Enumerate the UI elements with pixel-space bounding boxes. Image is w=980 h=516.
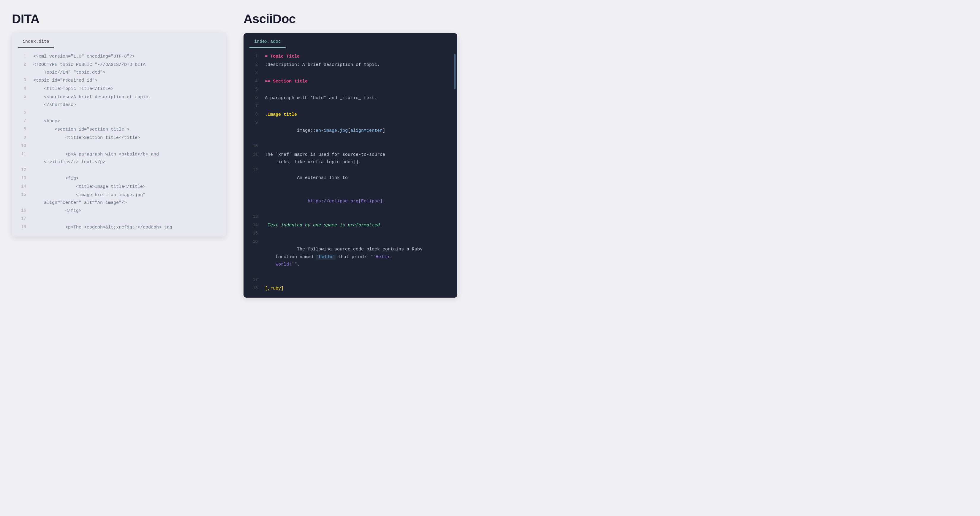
dita-line-18: 18 <p>The <codeph>&lt;xref&gt;</codeph> … (12, 224, 226, 232)
asciidoc-tab[interactable]: index.adoc (250, 37, 286, 48)
adoc-line-1: 1 = Topic Title (243, 52, 457, 61)
line-num-10: 10 (17, 143, 26, 149)
adoc-line-content-18: [,ruby] (265, 285, 453, 292)
adoc-line-content-6: A paragraph with *bold* and _italic_ tex… (265, 94, 453, 102)
line-num-16: 16 (17, 207, 26, 214)
adoc-line-content-11: The `xref` macro is used for source-to-s… (265, 151, 453, 166)
dita-line-17: 17 (12, 215, 226, 224)
adoc-line-content-15 (265, 230, 453, 238)
dita-heading: DITA (12, 12, 226, 26)
line-content-7: <body> (33, 117, 221, 125)
adoc-line-14: 14 Text indented by one space is preform… (243, 221, 457, 230)
adoc-line-9: 9 image::an-image.jpg[align=center] (243, 119, 457, 143)
scroll-indicator (454, 54, 455, 89)
adoc-line-num-5: 5 (248, 86, 258, 93)
adoc-line-num-15: 15 (248, 230, 258, 237)
dita-line-11: 11 <p>A paragraph with <b>bold</b> and <… (12, 151, 226, 166)
adoc-line-12: 12 An external link to (243, 167, 457, 190)
adoc-image-bracket-open: [ (348, 128, 350, 133)
line-num-1: 1 (17, 53, 26, 60)
adoc-image-attrs: align=center (350, 128, 382, 133)
adoc-line-content-4: == Section title (265, 78, 453, 86)
dita-line-7: 7 <body> (12, 117, 226, 125)
adoc-line-content-10 (265, 143, 453, 151)
line-content-3: <topic id="required_id"> (33, 77, 221, 84)
line-num-11: 11 (17, 151, 26, 158)
adoc-line-content-7 (265, 103, 453, 110)
dita-line-14: 14 <title>Image title</title> (12, 183, 226, 191)
main-container: DITA index.dita 1 <?xml version="1.0" en… (12, 12, 457, 298)
adoc-line-13: 13 (243, 213, 457, 221)
line-content-12 (33, 167, 221, 174)
line-content-4: <title>Topic Title</title> (33, 85, 221, 93)
dita-line-1: 1 <?xml version="1.0" encoding="UTF-8"?> (12, 52, 226, 61)
adoc-line-8: 8 .Image title (243, 111, 457, 119)
adoc-line-num-9: 9 (248, 119, 258, 126)
dita-line-2: 2 <!DOCTYPE topic PUBLIC "-//OASIS//DTD … (12, 61, 226, 76)
dita-line-13: 13 <fig> (12, 175, 226, 183)
dita-panel: DITA index.dita 1 <?xml version="1.0" en… (12, 12, 235, 298)
dita-line-4: 4 <title>Topic Title</title> (12, 85, 226, 93)
line-num-6: 6 (17, 109, 26, 116)
adoc-line-num-11: 11 (248, 151, 258, 158)
asciidoc-editor-body: 1 = Topic Title 2 :description: A brief … (243, 48, 457, 298)
adoc-line-num-7: 7 (248, 103, 258, 110)
adoc-line-content-16: The following source code block contains… (265, 238, 453, 276)
adoc-line16-code: `hello` (316, 255, 336, 260)
adoc-image-keyword: image:: (297, 128, 316, 133)
adoc-line-content-17 (265, 276, 453, 284)
line-num-12: 12 (17, 167, 26, 173)
line-num-8: 8 (17, 126, 26, 133)
adoc-line-content-1: = Topic Title (265, 53, 453, 60)
line-num-4: 4 (17, 85, 26, 92)
asciidoc-heading: AsciiDoc (243, 12, 457, 26)
adoc-image-bracket-close: ] (382, 128, 385, 133)
dita-line-10: 10 (12, 142, 226, 151)
dita-editor: index.dita 1 <?xml version="1.0" encodin… (12, 33, 226, 237)
adoc-line-content-14: Text indented by one space is preformatt… (265, 222, 453, 229)
asciidoc-panel: AsciiDoc index.adoc 1 = Topic Title 2 :d… (235, 12, 457, 298)
adoc-line-4: 4 == Section title (243, 78, 457, 86)
adoc-line-num-6: 6 (248, 94, 258, 102)
line-num-9: 9 (17, 134, 26, 141)
dita-line-8: 8 <section id="section_title"> (12, 125, 226, 134)
line-content-1: <?xml version="1.0" encoding="UTF-8"?> (33, 53, 221, 60)
dita-tab-bar: index.dita (12, 33, 226, 48)
adoc-line-12b: https://eclipse.org[Eclipse]. (243, 190, 457, 213)
adoc-line-18: 18 [,ruby] (243, 284, 457, 293)
dita-line-3: 3 <topic id="required_id"> (12, 76, 226, 85)
line-num-18: 18 (17, 224, 26, 231)
line-content-6 (33, 109, 221, 117)
adoc-line16-text2: that prints " (336, 255, 373, 260)
adoc-line-content-3 (265, 70, 453, 77)
adoc-line-3: 3 (243, 69, 457, 78)
dita-line-16: 16 </fig> (12, 207, 226, 215)
line-num-15: 15 (17, 191, 26, 198)
line-content-17 (33, 216, 221, 223)
line-num-14: 14 (17, 183, 26, 190)
line-num-3: 3 (17, 77, 26, 84)
dita-line-9: 9 <title>Section title</title> (12, 134, 226, 142)
adoc-image-filename: an-image.jpg (316, 128, 348, 133)
line-content-2: <!DOCTYPE topic PUBLIC "-//OASIS//DTD DI… (33, 61, 221, 76)
adoc-line-num-4: 4 (248, 78, 258, 85)
adoc-line-11: 11 The `xref` macro is used for source-t… (243, 151, 457, 167)
line-content-16: </fig> (33, 207, 221, 215)
adoc-line-16: 16 The following source code block conta… (243, 238, 457, 276)
dita-line-5: 5 <shortdesc>A brief description of topi… (12, 93, 226, 109)
adoc-line-content-8: .Image title (265, 111, 453, 119)
adoc-line-num-2: 2 (248, 61, 258, 68)
dita-tab[interactable]: index.dita (18, 37, 54, 48)
adoc-line-5: 5 (243, 86, 457, 94)
adoc-line-num-12: 12 (248, 167, 258, 174)
adoc-line-content-9: image::an-image.jpg[align=center] (265, 119, 453, 142)
adoc-line-num-14: 14 (248, 222, 258, 229)
adoc-line16-quote: ". (294, 262, 300, 267)
adoc-line-content-5 (265, 86, 453, 94)
line-num-5: 5 (17, 94, 26, 101)
adoc-line-6: 6 A paragraph with *bold* and _italic_ t… (243, 94, 457, 102)
adoc-line-15: 15 (243, 230, 457, 238)
line-num-2: 2 (17, 61, 26, 68)
adoc-line-num-10: 10 (248, 143, 258, 150)
line-content-9: <title>Section title</title> (33, 134, 221, 142)
